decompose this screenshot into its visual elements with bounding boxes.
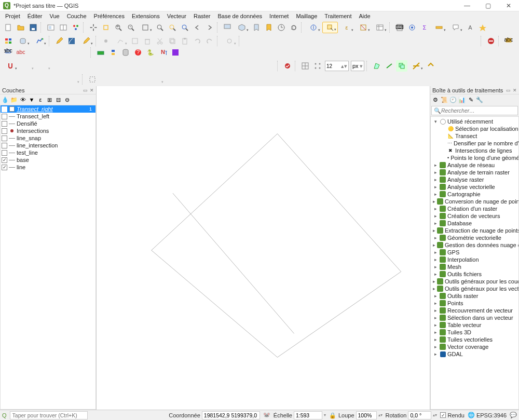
grid-button[interactable] (299, 60, 311, 72)
anno-tool-7[interactable] (166, 74, 177, 85)
delete-selected-button[interactable] (142, 35, 153, 47)
magnifier-input[interactable] (356, 411, 377, 419)
tool-o[interactable] (227, 60, 238, 72)
results-icon[interactable]: 📊 (458, 96, 466, 104)
db-manager-button[interactable] (120, 47, 131, 58)
menu-maillage[interactable]: Maillage (293, 12, 320, 20)
anno-tool-4[interactable] (124, 74, 135, 85)
zoom-next-button[interactable] (204, 22, 215, 33)
help-button[interactable]: ? (132, 47, 144, 58)
tool-m[interactable] (202, 60, 213, 72)
snap-tolerance-input[interactable]: ▴▾ (325, 61, 349, 71)
tree-group-Analyse de terrain raster[interactable]: ▸Analyse de terrain raster (431, 169, 518, 176)
processing-tree[interactable]: ▾Utilisé récemment🟡Sélection par localis… (430, 116, 519, 410)
snap-segment-button[interactable] (384, 60, 395, 72)
add-ring-button[interactable] (306, 35, 317, 47)
tree-group-Sélection dans un vecteur[interactable]: ▸Sélection dans un vecteur (431, 314, 518, 321)
layer-item-Densifié[interactable]: Densifié (1, 120, 95, 127)
model-designer-icon[interactable]: ⚙ (431, 96, 440, 104)
layer-checkbox[interactable] (2, 121, 7, 127)
move-feature-button[interactable] (256, 35, 267, 47)
select-by-expression-button[interactable]: ε (339, 22, 354, 33)
tree-group-Vector coverage[interactable]: ▸Vector coverage (431, 343, 518, 350)
undo-button[interactable] (192, 35, 203, 47)
processing-toolbox-button[interactable] (406, 22, 418, 33)
deselect-button[interactable] (356, 22, 371, 33)
layer-checkbox[interactable] (2, 143, 7, 148)
split-parts-button[interactable] (405, 35, 417, 47)
tool-b[interactable] (65, 60, 76, 72)
merge-features-button[interactable] (418, 35, 429, 47)
new-geopackage-button[interactable] (15, 35, 31, 47)
save-edits-button[interactable] (66, 35, 77, 47)
text-annotation-button[interactable]: A (465, 22, 476, 33)
menu-raster[interactable]: Raster (190, 12, 213, 20)
label-hide-button[interactable] (65, 47, 76, 58)
tree-group-GPS[interactable]: ▸GPS (431, 249, 518, 256)
zoom-to-selection-button[interactable] (167, 22, 178, 33)
processing-search-input[interactable] (441, 107, 515, 114)
zoom-native-button[interactable] (138, 22, 153, 33)
expand-all-icon[interactable]: ⊞ (45, 96, 53, 104)
undock-icon[interactable]: ▭ (506, 88, 511, 93)
split-features-button[interactable] (393, 35, 404, 47)
statistics-button[interactable]: Σ (419, 22, 430, 33)
processing-search[interactable]: 🔍 (431, 106, 518, 115)
tool-n[interactable] (214, 60, 226, 72)
add-group-icon[interactable]: 📁 (10, 96, 18, 104)
tool-p[interactable] (239, 60, 251, 72)
tool-e[interactable] (102, 60, 114, 72)
tree-group-GDAL[interactable]: ▸GDAL (431, 350, 518, 358)
render-field[interactable]: ✓ Rendu (440, 412, 464, 418)
tool-d[interactable] (90, 60, 101, 72)
tree-group-Extraction de nuage de points[interactable]: ▸Extraction de nuage de points (431, 227, 518, 234)
python-icon[interactable]: 🐍 (145, 47, 156, 58)
offset-point-symbols-button[interactable] (455, 35, 467, 47)
reshape-button[interactable] (368, 35, 379, 47)
tree-group-Table vecteur[interactable]: ▸Table vecteur (431, 321, 518, 329)
temporal-controller-button[interactable] (276, 22, 287, 33)
layer-checkbox[interactable] (2, 136, 7, 141)
layer-checkbox[interactable]: ✓ (2, 157, 7, 163)
processing-panel-header[interactable]: Boîte à outils de traitements ▭ ✕ (430, 86, 519, 94)
manage-visibility-icon[interactable]: 👁 (19, 96, 27, 104)
undock-icon[interactable]: ▭ (83, 88, 88, 93)
cut-features-button[interactable] (154, 35, 166, 47)
close-panel-icon[interactable]: ✕ (90, 88, 94, 93)
anno-tool-5[interactable] (136, 74, 148, 85)
tree-group-Gestion des données nuage de points[interactable]: ▸Gestion des données nuage de points (431, 241, 518, 249)
tree-group-Analyse raster[interactable]: ▸Analyse raster (431, 176, 518, 183)
coordinate-input[interactable] (202, 411, 260, 419)
layer-checkbox[interactable] (2, 114, 7, 119)
collapse-all-icon[interactable]: ⊟ (54, 96, 62, 104)
scale-dropdown-icon[interactable]: ▾ (324, 413, 326, 417)
layer-item-line_intersection[interactable]: line_intersection (1, 142, 95, 149)
tree-group-Géométrie vectorielle[interactable]: ▸Géométrie vectorielle (431, 234, 518, 241)
tree-group-Cartographie[interactable]: ▸Cartographie (431, 191, 518, 198)
anno-tool-1[interactable] (87, 74, 98, 85)
python-console-button[interactable] (107, 47, 119, 58)
self-snap-button[interactable] (425, 60, 436, 72)
map-tips-button[interactable] (448, 22, 463, 33)
messages-icon[interactable]: 💬 (510, 412, 517, 418)
label-rotate-button[interactable] (40, 47, 51, 58)
anno-tool-8[interactable] (178, 74, 189, 85)
label-toolbar-highlight-button[interactable]: abc (3, 47, 14, 58)
layer-checkbox[interactable] (2, 128, 7, 134)
field-calculator-button[interactable]: ⌨ (394, 22, 405, 33)
tree-group-Création d'un raster[interactable]: ▸Création d'un raster (431, 205, 518, 212)
refresh-button[interactable] (288, 22, 299, 33)
add-feature-button[interactable] (100, 35, 112, 47)
pan-to-selection-button[interactable] (100, 22, 112, 33)
tool-g[interactable] (127, 60, 139, 72)
tree-group-Tuiles vectorielles[interactable]: ▸Tuiles vectorielles (431, 336, 518, 343)
anno-tool-10[interactable] (203, 74, 214, 85)
tree-algo-Sélection par localisation[interactable]: 🟡Sélection par localisation (431, 125, 518, 132)
toggle-editing-button[interactable] (53, 35, 65, 47)
no-action-button[interactable] (485, 35, 497, 47)
menu-aide[interactable]: Aide (356, 12, 374, 20)
tree-algo-Points le long d'une géométrie[interactable]: •Points le long d'une géométrie (431, 154, 518, 161)
tree-group-Interpolation[interactable]: ▸Interpolation (431, 256, 518, 263)
menu-vecteur[interactable]: Vecteur (164, 12, 189, 20)
mesh-faces-button[interactable] (15, 74, 26, 85)
